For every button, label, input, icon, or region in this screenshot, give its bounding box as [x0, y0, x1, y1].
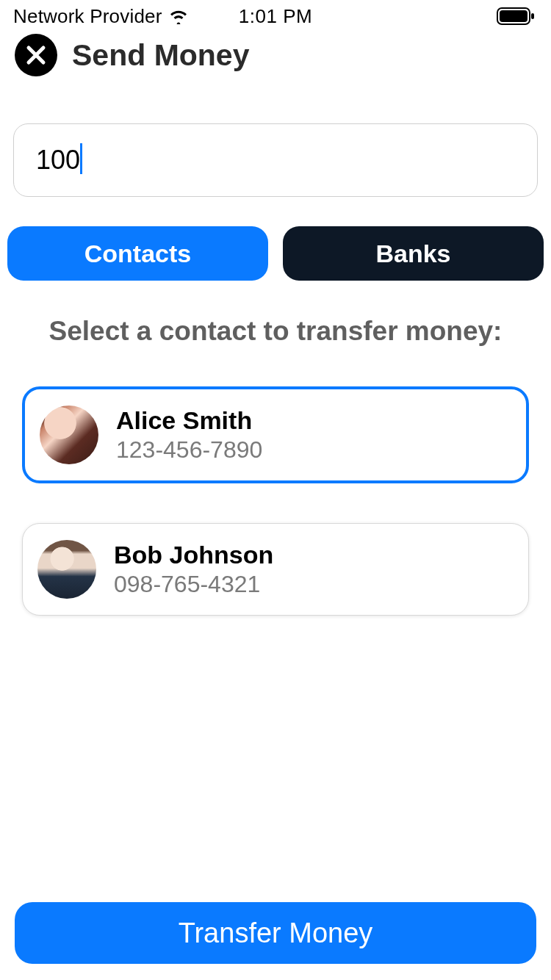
tab-bar: Contacts Banks: [0, 197, 551, 281]
tab-contacts-label: Contacts: [84, 239, 191, 268]
close-icon: [25, 44, 47, 66]
header: Send Money: [0, 29, 551, 84]
contact-item-bob[interactable]: Bob Johnson 098-765-4321: [22, 523, 529, 616]
page-title: Send Money: [72, 38, 249, 73]
svg-rect-2: [531, 13, 534, 19]
avatar: [37, 540, 96, 599]
carrier-label: Network Provider: [13, 5, 162, 28]
contact-info: Bob Johnson 098-765-4321: [114, 541, 273, 598]
contact-name: Bob Johnson: [114, 541, 273, 569]
status-bar-right: [497, 7, 536, 25]
status-bar: Network Provider 1:01 PM: [0, 0, 551, 29]
contact-item-alice[interactable]: Alice Smith 123-456-7890: [22, 386, 529, 483]
avatar: [40, 406, 98, 464]
text-caret: [80, 143, 82, 174]
amount-input[interactable]: 100: [13, 123, 538, 197]
contact-list: Alice Smith 123-456-7890 Bob Johnson 098…: [0, 347, 551, 616]
contact-info: Alice Smith 123-456-7890: [116, 406, 262, 464]
svg-rect-1: [500, 10, 527, 22]
contact-phone: 123-456-7890: [116, 436, 262, 464]
battery-icon: [497, 7, 536, 25]
contact-phone: 098-765-4321: [114, 571, 273, 598]
wifi-icon: [168, 8, 189, 24]
status-time: 1:01 PM: [239, 5, 312, 28]
instruction-text: Select a contact to transfer money:: [0, 281, 551, 347]
status-bar-left: Network Provider: [13, 5, 189, 28]
amount-section: 100: [0, 84, 551, 197]
contact-name: Alice Smith: [116, 406, 262, 435]
tab-banks[interactable]: Banks: [283, 226, 544, 281]
transfer-button-label: Transfer Money: [179, 918, 373, 949]
amount-value: 100: [36, 145, 80, 176]
tab-banks-label: Banks: [375, 239, 450, 268]
close-button[interactable]: [15, 34, 57, 76]
tab-contacts[interactable]: Contacts: [7, 226, 268, 281]
transfer-button[interactable]: Transfer Money: [15, 902, 536, 964]
